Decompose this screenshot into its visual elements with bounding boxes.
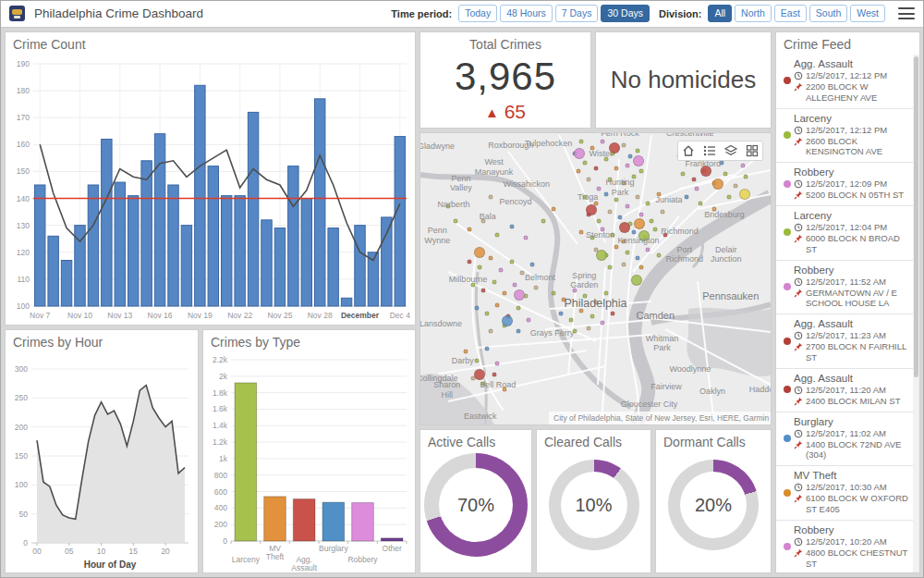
crime-point[interactable] (625, 251, 629, 255)
crime-point[interactable] (744, 175, 748, 179)
crime-point[interactable] (621, 180, 626, 185)
crime-point[interactable] (509, 224, 514, 228)
crime-point[interactable] (586, 178, 590, 182)
menu-icon[interactable] (898, 7, 915, 19)
crime-point[interactable] (453, 218, 457, 223)
crime-point[interactable] (513, 282, 517, 287)
crime-point[interactable] (597, 218, 602, 223)
crime-point[interactable] (695, 186, 699, 191)
crime-point[interactable] (523, 236, 528, 240)
crime-point[interactable] (618, 215, 623, 220)
crime-point[interactable] (468, 227, 472, 231)
crime-point[interactable] (646, 248, 650, 252)
crime-cluster-point[interactable] (634, 218, 645, 229)
crime-point[interactable] (481, 289, 486, 293)
crime-point[interactable] (568, 317, 573, 322)
crime-point[interactable] (583, 195, 588, 200)
crime-point[interactable] (502, 387, 506, 392)
feed-entry[interactable]: Robbery12/5/2017, 10:20 AM4800 BLOCK CHE… (776, 520, 913, 572)
feed-entry[interactable]: Larceny12/5/2017, 12:04 PM6000 BLOCK N B… (776, 205, 913, 260)
feed-entry[interactable]: Robbery12/5/2017, 11:52 AMGERMANTOWN AV … (776, 260, 913, 314)
crime-point[interactable] (635, 148, 639, 153)
division-button-north[interactable]: North (735, 5, 772, 23)
crime-point[interactable] (726, 195, 731, 200)
basemap-gallery-icon[interactable] (746, 144, 759, 157)
crime-point[interactable] (632, 175, 637, 179)
feed-entry[interactable]: Burglary12/5/2017, 11:02 AM1400 BLOCK 72… (776, 412, 913, 466)
crimes-by-type-chart[interactable]: 02004006008001k1.2k1.4k1.6k1.8k2k2.2kLar… (203, 350, 413, 572)
legend-icon[interactable] (703, 144, 716, 157)
crime-point[interactable] (614, 198, 619, 203)
division-button-east[interactable]: East (774, 5, 807, 23)
crime-point[interactable] (625, 203, 629, 208)
crime-point[interactable] (614, 244, 619, 249)
crime-point[interactable] (590, 236, 594, 240)
crime-feed-list[interactable]: Agg. Assault12/5/2017, 12:12 PM2200 BLOC… (776, 55, 913, 572)
crime-cluster-point[interactable] (739, 189, 750, 200)
crime-count-chart[interactable]: 100110120130140150160170180190Nov 7Nov 1… (6, 53, 413, 323)
crime-point[interactable] (625, 163, 629, 167)
crime-point[interactable] (646, 201, 650, 205)
crime-point[interactable] (635, 195, 639, 200)
crime-point[interactable] (593, 166, 598, 170)
crime-point[interactable] (534, 285, 539, 289)
crime-point[interactable] (488, 256, 492, 261)
crime-point[interactable] (583, 160, 588, 165)
feed-scrollbar-thumb[interactable] (914, 56, 918, 377)
crime-cluster-point[interactable] (474, 369, 485, 380)
crime-point[interactable] (663, 233, 668, 238)
crime-point[interactable] (530, 262, 535, 266)
crime-point[interactable] (601, 227, 605, 231)
crime-cluster-point[interactable] (514, 289, 525, 301)
crime-cluster-point[interactable] (619, 222, 630, 233)
crime-point[interactable] (527, 317, 531, 322)
feed-scrollbar[interactable] (913, 55, 919, 572)
crime-point[interactable] (576, 168, 580, 173)
crime-point[interactable] (586, 326, 590, 331)
time-period-button-30-days[interactable]: 30 Days (601, 5, 650, 23)
division-button-west[interactable]: West (850, 5, 885, 23)
crime-cluster-point[interactable] (502, 315, 513, 326)
crime-point[interactable] (607, 264, 612, 269)
crime-point[interactable] (601, 320, 605, 325)
crime-point[interactable] (558, 312, 563, 316)
crime-point[interactable] (603, 192, 608, 197)
feed-entry[interactable]: Robbery12/5/2017, 12:09 PM5200 BLOCK N 0… (776, 162, 913, 205)
crime-point[interactable] (470, 282, 475, 287)
crime-point[interactable] (638, 264, 643, 269)
crime-point[interactable] (485, 312, 490, 316)
crime-point[interactable] (740, 163, 745, 167)
crime-point[interactable] (492, 279, 496, 284)
crime-point[interactable] (495, 361, 500, 365)
crime-point[interactable] (656, 192, 661, 197)
crime-point[interactable] (583, 294, 588, 299)
crime-cluster-point[interactable] (609, 142, 620, 154)
time-period-button-today[interactable]: Today (458, 5, 497, 23)
crime-point[interactable] (468, 259, 472, 264)
crime-point[interactable] (499, 268, 504, 273)
crime-point[interactable] (611, 312, 615, 316)
crime-point[interactable] (712, 206, 717, 211)
crime-cluster-point[interactable] (712, 178, 723, 190)
crime-point[interactable] (478, 264, 482, 269)
layers-icon[interactable] (724, 144, 737, 157)
crime-point[interactable] (723, 172, 727, 177)
crime-cluster-point[interactable] (574, 148, 585, 159)
crime-point[interactable] (517, 329, 521, 334)
crime-point[interactable] (650, 218, 654, 223)
crime-point[interactable] (656, 253, 661, 258)
crime-point[interactable] (572, 289, 577, 293)
crime-point[interactable] (621, 262, 626, 266)
home-icon[interactable] (682, 144, 695, 157)
crime-point[interactable] (519, 271, 524, 276)
crime-point[interactable] (541, 218, 545, 223)
crime-point[interactable] (579, 309, 584, 314)
crime-point[interactable] (652, 227, 657, 231)
crime-point[interactable] (552, 206, 556, 211)
crime-point[interactable] (621, 142, 626, 147)
crime-point[interactable] (517, 306, 521, 311)
crime-point[interactable] (699, 201, 703, 205)
crime-point[interactable] (552, 291, 556, 296)
crime-point[interactable] (635, 256, 639, 261)
crime-point[interactable] (474, 306, 479, 311)
